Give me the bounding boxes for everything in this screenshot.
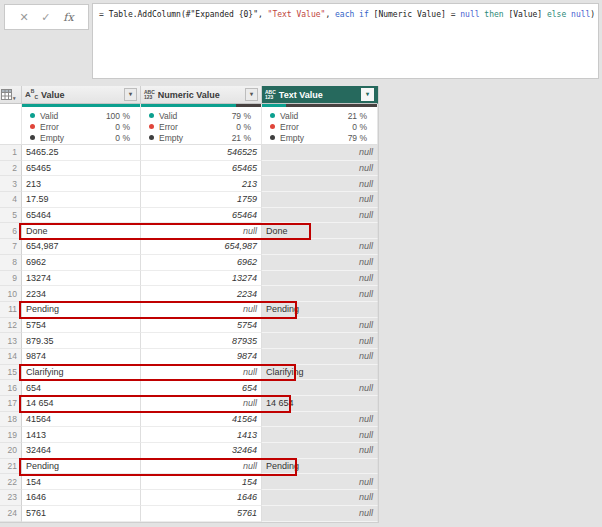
numeric-value-cell[interactable]: 213: [141, 176, 262, 192]
row-number[interactable]: 11: [0, 302, 22, 318]
value-cell[interactable]: 9874: [22, 349, 141, 365]
numeric-value-cell[interactable]: 1759: [141, 192, 262, 208]
numeric-value-cell[interactable]: 6962: [141, 255, 262, 271]
numeric-value-cell[interactable]: 13274: [141, 271, 262, 287]
row-number[interactable]: 21: [0, 459, 22, 475]
cancel-icon[interactable]: ✕: [19, 12, 28, 23]
row-number[interactable]: 6: [0, 223, 22, 239]
value-cell[interactable]: Clarifying: [22, 365, 141, 381]
numeric-value-cell[interactable]: 87935: [141, 333, 262, 349]
value-cell[interactable]: 879.35: [22, 333, 141, 349]
row-number[interactable]: 19: [0, 427, 22, 443]
text-value-cell[interactable]: null: [262, 333, 378, 349]
row-number[interactable]: 22: [0, 474, 22, 490]
value-cell[interactable]: 213: [22, 176, 141, 192]
text-value-cell[interactable]: null: [262, 286, 378, 302]
text-value-cell[interactable]: null: [262, 176, 378, 192]
text-value-cell[interactable]: null: [262, 349, 378, 365]
text-value-cell[interactable]: null: [262, 474, 378, 490]
row-number[interactable]: 15: [0, 365, 22, 381]
value-cell[interactable]: 65464: [22, 208, 141, 224]
text-value-cell[interactable]: null: [262, 427, 378, 443]
fx-icon[interactable]: fx: [63, 11, 73, 24]
value-cell[interactable]: 654: [22, 380, 141, 396]
select-all-button[interactable]: ▾: [0, 86, 22, 104]
row-number[interactable]: 13: [0, 333, 22, 349]
row-number[interactable]: 16: [0, 380, 22, 396]
numeric-value-cell[interactable]: 5754: [141, 318, 262, 334]
value-cell[interactable]: 1646: [22, 490, 141, 506]
text-value-cell[interactable]: null: [262, 161, 378, 177]
column-header-value[interactable]: ABC Value ▾: [22, 86, 141, 104]
value-cell[interactable]: Pending: [22, 302, 141, 318]
value-cell[interactable]: 654,987: [22, 239, 141, 255]
text-value-cell[interactable]: Pending: [262, 459, 378, 475]
text-value-cell[interactable]: null: [262, 412, 378, 428]
row-number[interactable]: 17: [0, 396, 22, 412]
numeric-value-cell[interactable]: 1413: [141, 427, 262, 443]
commit-icon[interactable]: ✓: [41, 12, 50, 23]
formula-input[interactable]: = Table.AddColumn(#"Expanded {0}", "Text…: [92, 3, 599, 79]
numeric-value-cell[interactable]: 5761: [141, 506, 262, 522]
numeric-value-cell[interactable]: 65464: [141, 208, 262, 224]
text-value-cell[interactable]: null: [262, 506, 378, 522]
numeric-value-cell[interactable]: 32464: [141, 443, 262, 459]
filter-dropdown-icon[interactable]: ▾: [361, 88, 374, 101]
text-value-cell[interactable]: Done: [262, 223, 378, 239]
numeric-value-cell[interactable]: 2234: [141, 286, 262, 302]
text-value-cell[interactable]: null: [262, 490, 378, 506]
numeric-value-cell[interactable]: 9874: [141, 349, 262, 365]
text-value-cell[interactable]: Pending: [262, 302, 378, 318]
row-number[interactable]: 4: [0, 192, 22, 208]
row-number[interactable]: 18: [0, 412, 22, 428]
row-number[interactable]: 10: [0, 286, 22, 302]
value-cell[interactable]: 2234: [22, 286, 141, 302]
numeric-value-cell[interactable]: 546525: [141, 145, 262, 161]
numeric-value-cell[interactable]: null: [141, 396, 262, 412]
text-value-cell[interactable]: null: [262, 443, 378, 459]
numeric-value-cell[interactable]: null: [141, 302, 262, 318]
value-cell[interactable]: 5754: [22, 318, 141, 334]
text-value-cell[interactable]: null: [262, 192, 378, 208]
value-cell[interactable]: 14 654: [22, 396, 141, 412]
row-number[interactable]: 20: [0, 443, 22, 459]
value-cell[interactable]: Pending: [22, 459, 141, 475]
row-number[interactable]: 9: [0, 271, 22, 287]
value-cell[interactable]: 32464: [22, 443, 141, 459]
value-cell[interactable]: 1413: [22, 427, 141, 443]
text-value-cell[interactable]: null: [262, 318, 378, 334]
row-number[interactable]: 12: [0, 318, 22, 334]
row-number[interactable]: 24: [0, 506, 22, 522]
numeric-value-cell[interactable]: null: [141, 459, 262, 475]
row-number[interactable]: 1: [0, 145, 22, 161]
row-number[interactable]: 8: [0, 255, 22, 271]
value-cell[interactable]: Done: [22, 223, 141, 239]
numeric-value-cell[interactable]: null: [141, 365, 262, 381]
numeric-value-cell[interactable]: 1646: [141, 490, 262, 506]
numeric-value-cell[interactable]: 65465: [141, 161, 262, 177]
column-header-numeric-value[interactable]: ABC123 Numeric Value ▾: [141, 86, 262, 104]
numeric-value-cell[interactable]: 41564: [141, 412, 262, 428]
numeric-value-cell[interactable]: null: [141, 223, 262, 239]
text-value-cell[interactable]: null: [262, 239, 378, 255]
text-value-cell[interactable]: Clarifying: [262, 365, 378, 381]
value-cell[interactable]: 17.59: [22, 192, 141, 208]
numeric-value-cell[interactable]: 654: [141, 380, 262, 396]
filter-dropdown-icon[interactable]: ▾: [245, 88, 258, 101]
value-cell[interactable]: 154: [22, 474, 141, 490]
text-value-cell[interactable]: null: [262, 380, 378, 396]
value-cell[interactable]: 5761: [22, 506, 141, 522]
row-number[interactable]: 14: [0, 349, 22, 365]
value-cell[interactable]: 13274: [22, 271, 141, 287]
numeric-value-cell[interactable]: 654,987: [141, 239, 262, 255]
value-cell[interactable]: 65465: [22, 161, 141, 177]
row-number[interactable]: 2: [0, 161, 22, 177]
text-value-cell[interactable]: null: [262, 255, 378, 271]
filter-dropdown-icon[interactable]: ▾: [124, 88, 137, 101]
column-header-text-value[interactable]: ABC123 Text Value ▾: [262, 86, 378, 104]
value-cell[interactable]: 6962: [22, 255, 141, 271]
text-value-cell[interactable]: null: [262, 145, 378, 161]
row-number[interactable]: 7: [0, 239, 22, 255]
text-value-cell[interactable]: 14 654: [262, 396, 378, 412]
row-number[interactable]: 3: [0, 176, 22, 192]
